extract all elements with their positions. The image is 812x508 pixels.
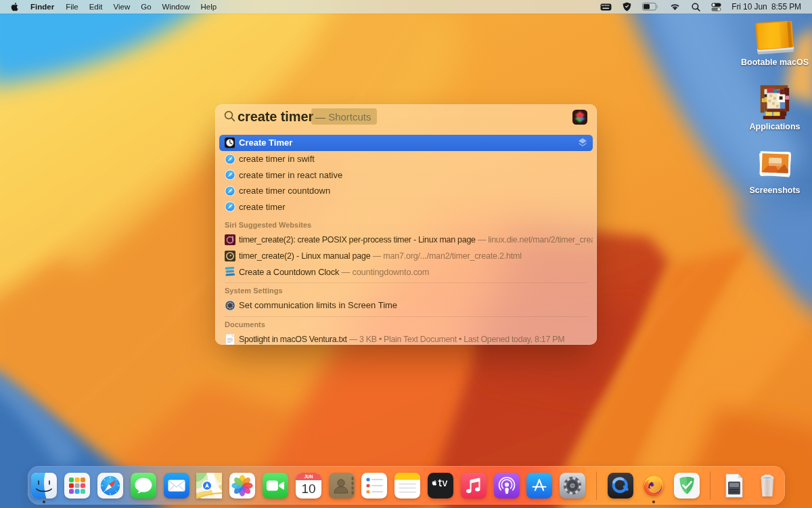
svg-text:JUN: JUN [304, 474, 313, 479]
svg-text:10: 10 [301, 482, 315, 496]
